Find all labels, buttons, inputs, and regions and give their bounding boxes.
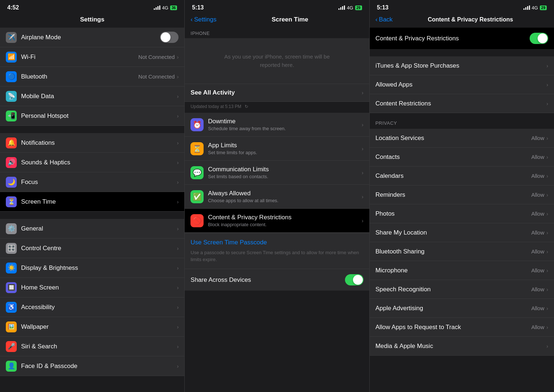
- itunes-row[interactable]: iTunes & App Store Purchases ›: [370, 56, 554, 75]
- bar3: [342, 6, 343, 10]
- airplane-mode-row[interactable]: ✈️ Airplane Mode: [0, 28, 184, 47]
- siri-label: Siri & Search: [21, 343, 177, 350]
- bluetooth-sharing-row[interactable]: Bluetooth Sharing Allow ›: [370, 242, 554, 261]
- hotspot-chevron: ›: [177, 113, 179, 119]
- share-row[interactable]: Share Across Devices: [185, 269, 369, 291]
- content-privacy-text: Content & Privacy Restrictions Block ina…: [208, 214, 362, 227]
- apple-advertising-row[interactable]: Apple Advertising Allow ›: [370, 299, 554, 318]
- settings-nav-header: Settings: [0, 13, 184, 28]
- bluetooth-sharing-value: Allow: [531, 248, 544, 255]
- microphone-chevron: ›: [546, 268, 548, 273]
- airplane-toggle[interactable]: [160, 32, 178, 43]
- wallpaper-row[interactable]: 🖼️ Wallpaper ›: [0, 317, 184, 337]
- contacts-row[interactable]: Contacts Allow ›: [370, 148, 554, 167]
- signal-bars-2: [338, 5, 345, 10]
- speech-recognition-row[interactable]: Speech Recognition Allow ›: [370, 280, 554, 299]
- content-privacy-row[interactable]: 🚫 Content & Privacy Restrictions Block i…: [185, 209, 369, 233]
- microphone-row[interactable]: Microphone Allow ›: [370, 261, 554, 280]
- cpr-toggle-label: Content & Privacy Restrictions: [376, 35, 530, 42]
- accessibility-row[interactable]: ♿ Accessibility ›: [0, 297, 184, 317]
- home-screen-row[interactable]: 🔲 Home Screen ›: [0, 278, 184, 297]
- notifications-row[interactable]: 🔔 Notifications ›: [0, 133, 184, 153]
- time-1: 4:52: [7, 4, 19, 11]
- refresh-icon[interactable]: ↻: [245, 104, 248, 109]
- app-limits-row[interactable]: ⏳ App Limits Set time limits for apps. ›: [185, 137, 369, 161]
- contacts-label: Contacts: [376, 153, 531, 161]
- always-allowed-text: Always Allowed Choose apps to allow at a…: [208, 190, 362, 203]
- connectivity-group: ✈️ Airplane Mode 📶 Wi-Fi Not Connected ›…: [0, 28, 184, 126]
- allowed-apps-row[interactable]: Allowed Apps ›: [370, 75, 554, 94]
- reminders-row[interactable]: Reminders Allow ›: [370, 185, 554, 204]
- tracking-row[interactable]: Allow Apps to Request to Track Allow ›: [370, 318, 554, 337]
- back-label-3: Back: [379, 16, 393, 23]
- siri-row[interactable]: 🎤 Siri & Search ›: [0, 337, 184, 356]
- notifications-icon: 🔔: [6, 137, 17, 148]
- passcode-link[interactable]: Use Screen Time Passcode: [190, 239, 363, 246]
- calendars-row[interactable]: Calendars Allow ›: [370, 167, 554, 185]
- wifi-row[interactable]: 📶 Wi-Fi Not Connected ›: [0, 47, 184, 67]
- network-type-1: 4G: [162, 5, 168, 11]
- share-my-location-row[interactable]: Share My Location Allow ›: [370, 223, 554, 242]
- passcode-section: Use Screen Time Passcode Use a passcode …: [185, 233, 369, 269]
- settings-title: Settings: [6, 16, 178, 23]
- location-services-label: Location Services: [376, 135, 531, 142]
- content-privacy-chevron: ›: [362, 218, 364, 224]
- cpr-toggle[interactable]: [530, 33, 548, 44]
- screen-time-content: IPHONE As you use your iPhone, screen ti…: [185, 28, 369, 392]
- updated-text: Updated today at 5:13 PM ↻: [185, 102, 369, 113]
- share-my-location-chevron: ›: [546, 230, 548, 236]
- itunes-label: iTunes & App Store Purchases: [376, 62, 547, 69]
- signal-bars-3: [523, 5, 530, 10]
- microphone-label: Microphone: [376, 267, 531, 274]
- back-to-screentime[interactable]: ‹ Back: [376, 16, 393, 23]
- downtime-row[interactable]: ⏰ Downtime Schedule time away from the s…: [185, 113, 369, 137]
- siri-chevron: ›: [177, 344, 179, 349]
- tracking-label: Allow Apps to Request to Track: [376, 324, 531, 331]
- cpr-toggle-row[interactable]: Content & Privacy Restrictions: [370, 28, 554, 49]
- wifi-chevron: ›: [177, 54, 179, 60]
- share-toggle[interactable]: [345, 274, 364, 285]
- faceid-chevron: ›: [177, 363, 179, 369]
- bluetooth-row[interactable]: 🔵 Bluetooth Not Connected ›: [0, 67, 184, 87]
- bar4: [529, 5, 530, 10]
- screentime-row[interactable]: ⏳ Screen Time ›: [0, 192, 184, 212]
- see-all-activity-row[interactable]: See All Activity ›: [185, 84, 369, 102]
- content-restrictions-row[interactable]: Content Restrictions ›: [370, 94, 554, 113]
- focus-row[interactable]: 🌙 Focus ›: [0, 172, 184, 192]
- general-icon: ⚙️: [6, 223, 17, 234]
- contacts-chevron: ›: [546, 154, 548, 160]
- wifi-icon: 📶: [6, 52, 17, 63]
- back-label-2: Settings: [194, 16, 216, 23]
- bluetooth-chevron: ›: [177, 74, 179, 80]
- calendars-label: Calendars: [376, 172, 531, 180]
- photos-chevron: ›: [546, 211, 548, 217]
- screentime-chevron: ›: [177, 199, 179, 205]
- notifications-chevron: ›: [177, 140, 179, 146]
- back-to-settings[interactable]: ‹ Settings: [190, 16, 216, 23]
- privacy-section-label: PRIVACY: [370, 113, 554, 129]
- comm-limits-row[interactable]: 💬 Communication Limits Set limits based …: [185, 161, 369, 185]
- photos-label: Photos: [376, 210, 531, 217]
- media-music-chevron: ›: [546, 343, 548, 349]
- hotspot-row[interactable]: 📲 Personal Hotspot ›: [0, 106, 184, 126]
- media-music-row[interactable]: Media & Apple Music ›: [370, 337, 554, 356]
- share-label: Share Across Devices: [190, 276, 345, 284]
- status-icons-1: 4G 36: [154, 5, 177, 11]
- faceid-row[interactable]: 👤 Face ID & Passcode ›: [0, 356, 184, 376]
- display-row[interactable]: ☀️ Display & Brightness ›: [0, 258, 184, 278]
- display-chevron: ›: [177, 265, 179, 271]
- sounds-row[interactable]: 🔊 Sounds & Haptics ›: [0, 153, 184, 172]
- passcode-desc: Use a passcode to secure Screen Time set…: [190, 250, 359, 262]
- general-group: ⚙️ General › 🎛️ Control Centre › ☀️ Disp…: [0, 219, 184, 376]
- always-allowed-row[interactable]: ✅ Always Allowed Choose apps to allow at…: [185, 185, 369, 209]
- status-bar-3: 5:13 4G 29: [370, 0, 554, 13]
- photos-row[interactable]: Photos Allow ›: [370, 204, 554, 223]
- location-services-row[interactable]: Location Services Allow ›: [370, 129, 554, 148]
- privacy-section: Content & Privacy Restrictions iTunes & …: [370, 28, 554, 392]
- general-row[interactable]: ⚙️ General ›: [0, 219, 184, 239]
- bluetooth-value: Not Connected: [138, 73, 175, 80]
- content-privacy-title: Content & Privacy Restrictions: [208, 214, 362, 221]
- mobile-data-row[interactable]: 📡 Mobile Data ›: [0, 87, 184, 106]
- control-centre-row[interactable]: 🎛️ Control Centre ›: [0, 239, 184, 258]
- location-services-chevron: ›: [546, 135, 548, 141]
